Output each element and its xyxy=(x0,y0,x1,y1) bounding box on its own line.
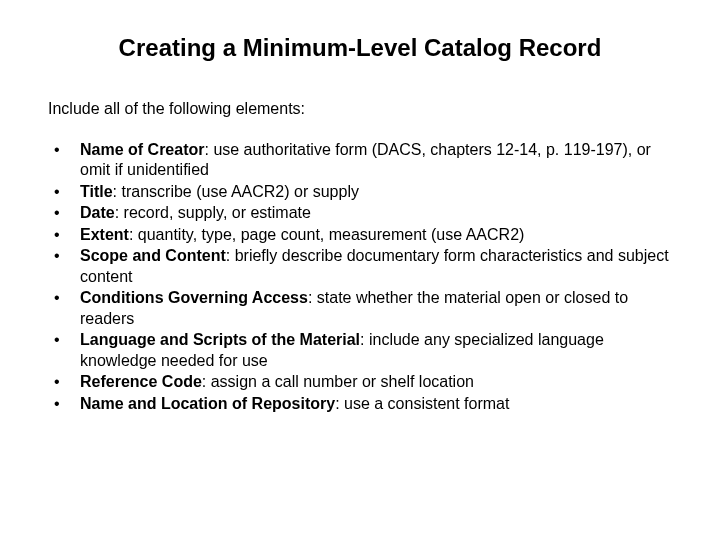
item-label: Scope and Content xyxy=(80,247,226,264)
item-desc: : use a consistent format xyxy=(335,395,509,412)
item-label: Conditions Governing Access xyxy=(80,289,308,306)
list-item: Name and Location of Repository: use a c… xyxy=(52,394,672,414)
list-item: Title: transcribe (use AACR2) or supply xyxy=(52,182,672,202)
list-item: Scope and Content: briefly describe docu… xyxy=(52,246,672,287)
item-label: Reference Code xyxy=(80,373,202,390)
item-label: Language and Scripts of the Material xyxy=(80,331,360,348)
elements-list: Name of Creator: use authoritative form … xyxy=(48,140,672,414)
item-desc: : quantity, type, page count, measuremen… xyxy=(129,226,524,243)
item-label: Extent xyxy=(80,226,129,243)
intro-text: Include all of the following elements: xyxy=(48,100,672,118)
item-desc: : transcribe (use AACR2) or supply xyxy=(113,183,359,200)
list-item: Extent: quantity, type, page count, meas… xyxy=(52,225,672,245)
list-item: Name of Creator: use authoritative form … xyxy=(52,140,672,181)
page-title: Creating a Minimum-Level Catalog Record xyxy=(48,34,672,62)
list-item: Conditions Governing Access: state wheth… xyxy=(52,288,672,329)
item-label: Date xyxy=(80,204,115,221)
item-label: Name and Location of Repository xyxy=(80,395,335,412)
item-desc: : assign a call number or shelf location xyxy=(202,373,474,390)
slide: Creating a Minimum-Level Catalog Record … xyxy=(0,0,720,540)
item-label: Title xyxy=(80,183,113,200)
list-item: Reference Code: assign a call number or … xyxy=(52,372,672,392)
item-desc: : record, supply, or estimate xyxy=(115,204,311,221)
item-label: Name of Creator xyxy=(80,141,204,158)
list-item: Date: record, supply, or estimate xyxy=(52,203,672,223)
list-item: Language and Scripts of the Material: in… xyxy=(52,330,672,371)
